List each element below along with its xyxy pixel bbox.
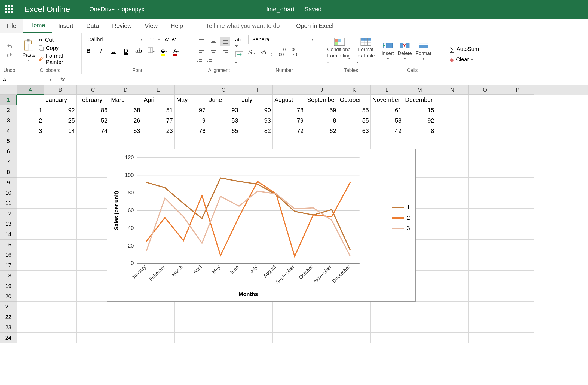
cell[interactable] (501, 322, 534, 333)
cell[interactable] (44, 178, 77, 188)
cell[interactable] (44, 219, 77, 229)
row-header[interactable]: 3 (0, 115, 17, 126)
cell[interactable] (207, 136, 240, 146)
cell[interactable] (175, 302, 207, 312)
cell[interactable] (501, 126, 534, 136)
column-header[interactable]: N (436, 85, 469, 95)
cell[interactable]: June (207, 95, 240, 105)
double-underline-button[interactable]: D (122, 47, 130, 54)
cell[interactable] (44, 157, 77, 167)
cell[interactable] (436, 281, 469, 291)
cell[interactable] (109, 312, 142, 322)
row-header[interactable]: 4 (0, 126, 17, 136)
align-middle-icon[interactable] (209, 37, 218, 46)
cell[interactable]: 55 (338, 115, 371, 126)
cell[interactable] (305, 333, 338, 343)
cell[interactable]: January (44, 95, 77, 105)
cell[interactable] (338, 312, 371, 322)
clear-button[interactable]: ◆Clear▾ (450, 56, 487, 63)
cell[interactable] (273, 312, 305, 322)
cell[interactable] (207, 333, 240, 343)
cell[interactable] (469, 126, 501, 136)
cell[interactable] (403, 302, 436, 312)
cell[interactable] (338, 302, 371, 312)
cell[interactable] (273, 333, 305, 343)
cell[interactable] (142, 136, 175, 146)
cell[interactable] (17, 219, 44, 229)
cell[interactable] (77, 188, 109, 198)
cell[interactable] (469, 115, 501, 126)
tab-home[interactable]: Home (23, 19, 52, 33)
column-header[interactable]: K (338, 85, 371, 95)
tab-file[interactable]: File (0, 19, 23, 33)
cell[interactable]: December (403, 95, 436, 105)
cell[interactable] (77, 157, 109, 167)
cell[interactable]: 76 (175, 126, 207, 136)
font-name-select[interactable]: Calibri▾ (85, 35, 145, 44)
cut-button[interactable]: ✂Cut (38, 37, 78, 43)
cell[interactable] (44, 198, 77, 209)
column-header[interactable]: L (371, 85, 403, 95)
column-header[interactable]: B (44, 85, 77, 95)
column-header[interactable]: F (175, 85, 207, 95)
shrink-font-icon[interactable]: A▾ (172, 37, 176, 42)
strikethrough-button[interactable]: ab (135, 47, 142, 54)
row-header[interactable]: 18 (0, 271, 17, 281)
cell[interactable] (469, 178, 501, 188)
cell[interactable] (501, 240, 534, 250)
row-header[interactable]: 23 (0, 322, 17, 333)
cell[interactable] (44, 271, 77, 281)
format-painter-button[interactable]: 🖌Format Painter (38, 53, 78, 65)
autosum-button[interactable]: ∑AutoSum (450, 45, 487, 53)
column-header[interactable]: D (109, 85, 142, 95)
cell[interactable] (17, 250, 44, 260)
cell[interactable] (77, 229, 109, 240)
cell[interactable] (77, 240, 109, 250)
cell[interactable] (501, 95, 534, 105)
cell[interactable]: 93 (240, 115, 273, 126)
cell[interactable]: 8 (305, 115, 338, 126)
cell[interactable] (501, 167, 534, 178)
cell[interactable] (17, 333, 44, 343)
cell[interactable] (305, 302, 338, 312)
cell[interactable]: 53 (207, 115, 240, 126)
cell[interactable]: March (109, 95, 142, 105)
column-header[interactable]: A (17, 85, 44, 95)
cell[interactable]: 79 (273, 115, 305, 126)
cell[interactable] (436, 198, 469, 209)
row-header[interactable]: 8 (0, 167, 17, 178)
cell[interactable] (142, 322, 175, 333)
cell[interactable]: 82 (240, 126, 273, 136)
cell[interactable] (175, 136, 207, 146)
tab-help[interactable]: Help (164, 19, 189, 33)
cell[interactable] (501, 250, 534, 260)
tab-view[interactable]: View (138, 19, 164, 33)
cell[interactable] (77, 312, 109, 322)
cell[interactable] (17, 157, 44, 167)
cell[interactable] (436, 136, 469, 146)
row-header[interactable]: 16 (0, 250, 17, 260)
cell[interactable]: 62 (305, 126, 338, 136)
underline-button[interactable]: U (110, 47, 117, 54)
cell[interactable] (77, 209, 109, 219)
cell[interactable] (501, 105, 534, 115)
row-header[interactable]: 6 (0, 146, 17, 157)
row-header[interactable]: 11 (0, 198, 17, 209)
cell[interactable] (436, 260, 469, 271)
cell[interactable] (436, 333, 469, 343)
cell[interactable] (436, 240, 469, 250)
comma-icon[interactable]: , (271, 48, 273, 56)
cell[interactable] (77, 136, 109, 146)
cell[interactable]: 77 (142, 115, 175, 126)
cell[interactable] (469, 291, 501, 302)
cell[interactable] (44, 167, 77, 178)
cell[interactable] (436, 209, 469, 219)
cell[interactable] (469, 333, 501, 343)
cell[interactable] (240, 322, 273, 333)
cell[interactable] (77, 178, 109, 188)
cell[interactable] (44, 302, 77, 312)
merge-center-icon[interactable]: ▾ (235, 51, 243, 65)
bold-button[interactable]: B (85, 47, 92, 54)
cell[interactable] (469, 105, 501, 115)
cell[interactable] (17, 240, 44, 250)
